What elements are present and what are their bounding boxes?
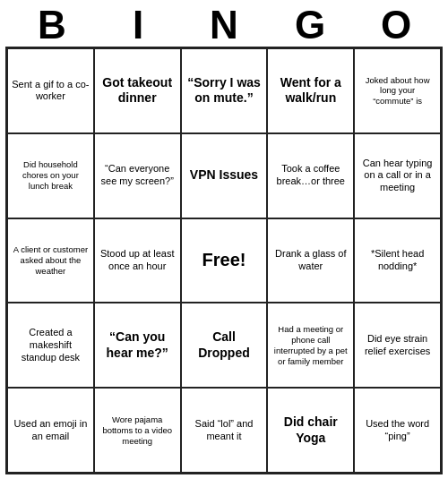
bingo-cell-17: Call Dropped xyxy=(181,303,268,388)
bingo-cell-6: “Can everyone see my screen?” xyxy=(94,133,181,218)
bingo-cell-5: Did household chores on your lunch break xyxy=(7,133,94,218)
bingo-cell-16: “Can you hear me?” xyxy=(94,303,181,388)
bingo-letter-n: N xyxy=(184,5,264,45)
bingo-cell-15: Created a makeshift standup desk xyxy=(7,303,94,388)
bingo-cell-19: Did eye strain relief exercises xyxy=(354,303,441,388)
bingo-letter-o: O xyxy=(356,5,436,45)
bingo-cell-13: Drank a glass of water xyxy=(267,218,354,303)
bingo-cell-3: Went for a walk/run xyxy=(267,48,354,133)
bingo-cell-7: VPN Issues xyxy=(181,133,268,218)
bingo-cell-21: Wore pajama bottoms to a video meeting xyxy=(94,388,181,473)
bingo-cell-20: Used an emoji in an email xyxy=(7,388,94,473)
bingo-cell-4: Joked about how long your “commute” is xyxy=(354,48,441,133)
bingo-cell-24: Used the word “ping” xyxy=(354,388,441,473)
bingo-cell-10: A client or customer asked about the wea… xyxy=(7,218,94,303)
bingo-cell-0: Sent a gif to a co-worker xyxy=(7,48,94,133)
bingo-cell-14: *Silent head nodding* xyxy=(354,218,441,303)
bingo-cell-12: Free! xyxy=(181,218,268,303)
bingo-header: BINGO xyxy=(9,0,439,47)
bingo-cell-22: Said “lol” and meant it xyxy=(181,388,268,473)
bingo-cell-1: Got takeout dinner xyxy=(94,48,181,133)
bingo-cell-11: Stood up at least once an hour xyxy=(94,218,181,303)
bingo-cell-2: “Sorry I was on mute.” xyxy=(181,48,268,133)
bingo-letter-b: B xyxy=(12,5,92,45)
bingo-cell-18: Had a meeting or phone call interrupted … xyxy=(267,303,354,388)
bingo-cell-9: Can hear typing on a call or in a meetin… xyxy=(354,133,441,218)
bingo-cell-23: Did chair Yoga xyxy=(267,388,354,473)
bingo-letter-i: I xyxy=(98,5,178,45)
bingo-cell-8: Took a coffee break…or three xyxy=(267,133,354,218)
bingo-grid: Sent a gif to a co-workerGot takeout din… xyxy=(5,47,443,474)
bingo-letter-g: G xyxy=(270,5,350,45)
